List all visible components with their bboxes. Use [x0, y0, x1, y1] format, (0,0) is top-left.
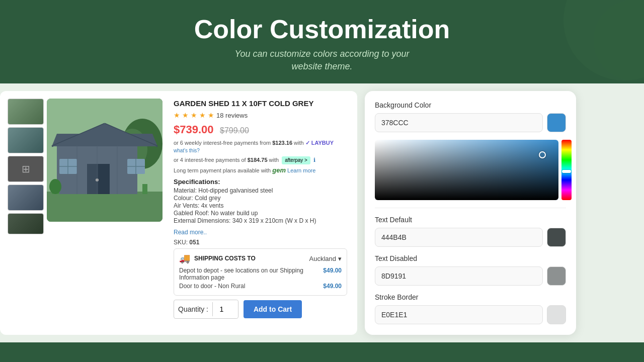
stroke-border-row [375, 305, 566, 324]
laybuy-logo: ✓ LAYBUY [305, 140, 334, 146]
chevron-down-icon: ▾ [338, 255, 342, 262]
content-area: ⊞ [0, 83, 644, 342]
text-default-input[interactable] [375, 228, 543, 247]
gradient-dark [375, 140, 558, 200]
bg-color-label: Background Color [375, 101, 566, 109]
quantity-input[interactable] [213, 300, 238, 318]
star-1: ★ [174, 111, 180, 119]
svg-rect-25 [142, 184, 147, 194]
product-rating: ★ ★ ★ ★ ★ 18 reviews [174, 111, 347, 119]
shipping-header: 🚚 SHIPPING COSTS TO Auckland ▾ [179, 253, 342, 264]
gem-payment: Long term payment plans available with g… [174, 166, 347, 175]
spec-material: Material: Hot-dipped galvanised steel [174, 187, 347, 194]
hue-cursor [562, 170, 571, 173]
whats-this-link[interactable]: what's this? [174, 148, 200, 153]
separator [375, 208, 566, 208]
text-default-label: Text Default [375, 216, 566, 224]
quantity-label: Quantity : [174, 302, 213, 316]
afterpay-payment: or 4 interest-free payments of $184.75 w… [174, 156, 347, 164]
stroke-border-label: Stroke Border [375, 293, 566, 301]
stroke-border-swatch[interactable] [547, 305, 566, 324]
shipping-label: SHIPPING COSTS TO [194, 255, 256, 262]
shipping-box: 🚚 SHIPPING COSTS TO Auckland ▾ Depot to … [174, 248, 347, 296]
thumbnail-2[interactable] [8, 127, 44, 153]
learn-more-link[interactable]: Learn more [287, 167, 315, 173]
product-images-section: ⊞ [8, 99, 164, 327]
specifications: Specifications: Material: Hot-dipped gal… [174, 178, 347, 224]
bg-color-row [375, 113, 566, 132]
thumbnail-5[interactable] [8, 213, 44, 234]
spec-colour: Colour: Cold grey [174, 195, 347, 202]
svg-point-24 [49, 179, 61, 194]
text-disabled-swatch[interactable] [547, 266, 566, 286]
add-to-cart-button[interactable]: Add to Cart [244, 300, 302, 318]
product-card: ⊞ [0, 91, 357, 335]
spec-dimensions: External Dimensions: 340 x 319 x 210cm (… [174, 217, 347, 224]
thumbnail-4[interactable] [8, 185, 44, 211]
review-count: 18 reviews [216, 112, 248, 119]
text-disabled-input[interactable] [375, 266, 543, 286]
thumbnail-3[interactable]: ⊞ [8, 156, 44, 182]
gradient-canvas[interactable] [375, 140, 558, 200]
page-header: Color Customization You can customize co… [0, 0, 644, 83]
bg-color-input[interactable] [375, 113, 543, 132]
afterpay-info[interactable]: ℹ [313, 157, 315, 163]
page-title: Color Customization [10, 15, 634, 44]
stroke-border-input[interactable] [375, 305, 543, 324]
shipping-depot-option: Depot to depot - see locations on our Sh… [179, 267, 342, 281]
images-layout: ⊞ [8, 99, 164, 234]
shipping-door-price: $49.00 [323, 283, 342, 290]
main-product-image [47, 99, 163, 222]
color-picker[interactable] [375, 140, 566, 200]
star-3: ★ [191, 111, 197, 119]
price-section: $739.00 $799.00 [174, 123, 347, 136]
spec-vents: Air Vents: 4x vents [174, 202, 347, 209]
shipping-door-option: Door to door - Non Rural $49.00 [179, 283, 342, 290]
text-default-swatch[interactable] [547, 228, 566, 247]
shipping-location[interactable]: Auckland ▾ [309, 255, 342, 262]
product-details: GARDEN SHED 11 X 10FT COLD GREY ★ ★ ★ ★ … [174, 99, 350, 327]
sku-line: SKU: 051 [174, 239, 347, 246]
product-layout: ⊞ [8, 99, 350, 327]
text-disabled-label: Text Disabled [375, 254, 566, 262]
sku-value: 051 [189, 239, 199, 246]
current-price: $739.00 [174, 123, 214, 136]
hue-slider[interactable] [561, 140, 572, 200]
thumbnail-column: ⊞ [8, 99, 44, 234]
laybuy-payment: or 6 weekly interest-free payments from … [174, 139, 347, 155]
text-disabled-row [375, 266, 566, 286]
spec-roof: Gabled Roof: No water build up [174, 210, 347, 217]
product-title: GARDEN SHED 11 X 10FT COLD GREY [174, 99, 347, 109]
truck-icon: 🚚 [179, 253, 190, 264]
star-4: ★ [199, 111, 206, 119]
text-default-row [375, 228, 566, 247]
quantity-section: Quantity : [174, 300, 238, 319]
gem-logo: gem [272, 166, 286, 174]
star-5: ★ [208, 111, 214, 119]
shipping-depot-price: $49.00 [323, 267, 342, 281]
bg-color-swatch[interactable] [547, 113, 566, 132]
cart-section: Quantity : Add to Cart [174, 300, 347, 319]
star-2: ★ [182, 111, 189, 119]
original-price: $799.00 [220, 126, 249, 135]
read-more-link[interactable]: Read more.. [174, 229, 207, 236]
color-picker-cursor [539, 151, 546, 158]
shed-illustration [47, 99, 163, 222]
svg-rect-3 [47, 192, 163, 222]
thumbnail-1[interactable] [8, 99, 44, 125]
page-subtitle: You can customize colors according to yo… [10, 48, 634, 73]
afterpay-logo: afterpay > [282, 156, 310, 164]
color-panel: Background Color Text Default Text Disab… [365, 91, 576, 335]
